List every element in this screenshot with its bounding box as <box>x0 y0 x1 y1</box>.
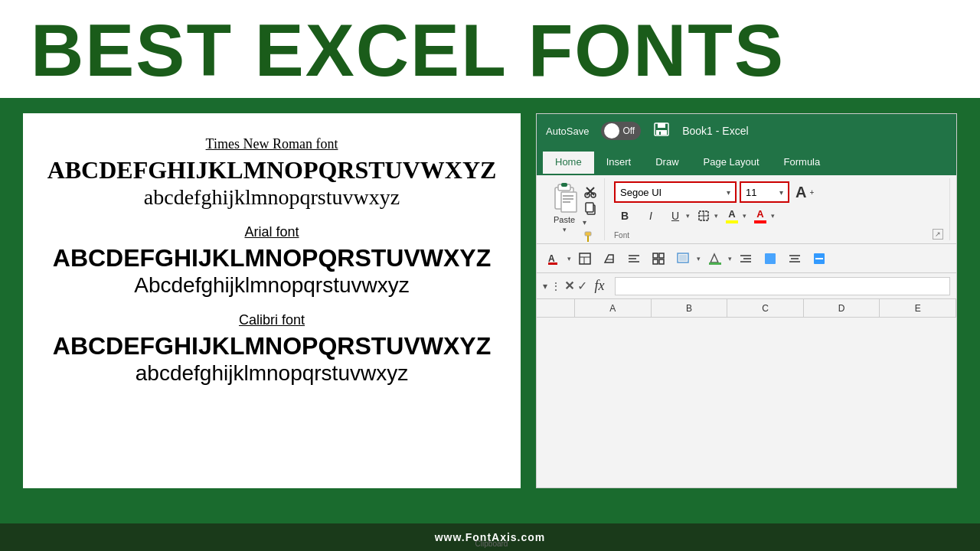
underline-button[interactable]: U <box>666 206 684 226</box>
autosave-label: AutoSave <box>546 126 589 137</box>
times-label: Times New Roman font <box>206 136 338 152</box>
paint-bucket-dropdown[interactable]: ▾ <box>728 255 732 262</box>
fill-color-icon[interactable]: A <box>723 206 741 226</box>
svg-marker-38 <box>710 254 718 262</box>
svg-rect-24 <box>580 253 590 264</box>
formula-bar-dropdown-arrow[interactable]: ▾ <box>543 281 547 292</box>
font-row2: B I U ▾ <box>614 206 943 226</box>
font-group-label: Font <box>614 231 629 240</box>
toggle-circle <box>604 123 619 139</box>
header: BEST EXCEL FONTS <box>0 0 980 98</box>
column-headers: A B C D E <box>537 299 956 318</box>
paste-icon <box>549 181 580 214</box>
calibri-section: Calibri font ABCDEFGHIJKLMNOPQRSTUVWXYZ … <box>54 312 490 386</box>
font-name-dropdown-arrow: ▾ <box>727 188 730 197</box>
fill-color-group: A ▾ <box>723 206 746 226</box>
ribbon-tabs: Home Insert Draw Page Layout Formula <box>537 148 956 175</box>
times-lowercase: abcdefghijklmnopqrstuvwxyz <box>144 184 400 210</box>
excel-titlebar: AutoSave Off Book1 - Excel <box>537 114 956 148</box>
col-header-b[interactable]: B <box>652 299 728 317</box>
underline-dropdown[interactable]: ▾ <box>686 212 690 220</box>
svg-rect-33 <box>659 253 664 258</box>
paste-label: Paste <box>554 215 575 224</box>
times-uppercase: ABCDEFGHIJKLMNOPQRSTUVWXYZ <box>47 155 497 184</box>
svg-rect-3 <box>659 132 661 135</box>
font-color-dropdown[interactable]: ▾ <box>771 212 775 220</box>
font-group-expand[interactable]: ↗ <box>933 229 943 240</box>
calibri-uppercase: ABCDEFGHIJKLMNOPQRSTUVWXYZ <box>53 331 491 360</box>
svg-rect-16 <box>586 203 593 212</box>
center-align-icon[interactable] <box>784 249 805 269</box>
svg-rect-17 <box>585 232 591 236</box>
align-right-icon[interactable] <box>735 249 756 269</box>
col-header-a[interactable]: A <box>575 299 652 317</box>
svg-rect-37 <box>679 255 687 261</box>
blue-square2-icon[interactable] <box>808 249 830 269</box>
map-icon[interactable] <box>648 249 669 269</box>
svg-rect-32 <box>653 253 658 258</box>
ribbon-content: Paste ▾ <box>537 175 956 244</box>
paint-bucket-icon[interactable] <box>704 249 725 269</box>
formula-bar-more[interactable]: ⋮ <box>550 280 561 292</box>
formula-input[interactable] <box>615 277 950 295</box>
paste-dropdown: ▾ <box>563 226 567 233</box>
font-color-btn-row2[interactable]: A <box>543 249 564 269</box>
font-name-value: Segoe UI <box>620 187 662 198</box>
clipboard-group: Paste ▾ <box>543 178 605 240</box>
svg-rect-8 <box>563 195 573 197</box>
paste-button[interactable]: Paste ▾ <box>549 181 580 233</box>
fill-dropdown[interactable]: ▾ <box>743 212 746 220</box>
copy-dropdown[interactable]: ▾ <box>583 218 598 227</box>
fx-button[interactable]: fx <box>590 278 609 294</box>
blue-highlight-icon[interactable] <box>760 249 781 269</box>
table-icon[interactable] <box>574 249 596 269</box>
tab-page-layout[interactable]: Page Layout <box>691 152 772 175</box>
border-icon[interactable] <box>694 206 713 226</box>
svg-rect-43 <box>765 253 776 264</box>
clipboard-icons: ▾ <box>583 181 598 243</box>
svg-rect-39 <box>709 262 721 265</box>
svg-rect-34 <box>653 259 658 264</box>
filter-icon[interactable] <box>672 249 694 269</box>
eraser-icon[interactable] <box>599 249 620 269</box>
align-left-icon[interactable] <box>623 249 645 269</box>
tab-home[interactable]: Home <box>543 152 594 175</box>
format-painter-icon[interactable] <box>583 230 598 243</box>
main-content: Times New Roman font ABCDEFGHIJKLMNOPQRS… <box>0 98 980 523</box>
font-size-selector[interactable]: 11 ▾ <box>740 181 789 203</box>
times-new-roman-section: Times New Roman font ABCDEFGHIJKLMNOPQRS… <box>54 136 490 210</box>
bold-button[interactable]: B <box>614 206 635 226</box>
row2-dropdown1[interactable]: ▾ <box>567 255 571 262</box>
col-header-d[interactable]: D <box>804 299 880 317</box>
svg-rect-10 <box>563 201 570 203</box>
col-header-e[interactable]: E <box>880 299 956 317</box>
font-name-selector[interactable]: Segoe UI ▾ <box>614 181 737 203</box>
svg-rect-9 <box>563 198 573 200</box>
svg-rect-18 <box>587 236 589 242</box>
cut-icon[interactable] <box>583 184 598 198</box>
calibri-lowercase: abcdefghijklmnopqrstuvwxyz <box>136 360 408 386</box>
tab-insert[interactable]: Insert <box>594 152 644 175</box>
autosave-toggle[interactable]: Off <box>601 122 641 140</box>
copy-icon[interactable] <box>583 201 598 215</box>
italic-button[interactable]: I <box>640 206 662 226</box>
formula-cancel-btn[interactable]: ✕ <box>564 279 574 293</box>
page-title: BEST EXCEL FONTS <box>31 14 949 87</box>
tab-formula[interactable]: Formula <box>772 152 833 175</box>
save-icon[interactable] <box>653 122 670 141</box>
formula-bar: ▾ ⋮ ✕ ✓ fx <box>537 273 956 299</box>
svg-rect-23 <box>548 262 557 265</box>
font-color-group: A ▾ <box>751 206 775 226</box>
col-header-c[interactable]: C <box>727 299 804 317</box>
font-grow-icon[interactable]: A <box>795 184 806 201</box>
font-row1: Segoe UI ▾ 11 ▾ A + <box>614 181 943 203</box>
font-color-icon[interactable]: A <box>751 206 769 226</box>
font-group: Segoe UI ▾ 11 ▾ A + <box>608 178 950 240</box>
tab-draw[interactable]: Draw <box>643 152 691 175</box>
border-dropdown[interactable]: ▾ <box>714 212 718 220</box>
formula-confirm-btn[interactable]: ✓ <box>577 279 587 293</box>
font-size-value: 11 <box>746 187 756 198</box>
row-header-spacer <box>537 299 575 317</box>
filter-dropdown[interactable]: ▾ <box>697 255 701 262</box>
font-size-dropdown-arrow: ▾ <box>779 188 783 197</box>
